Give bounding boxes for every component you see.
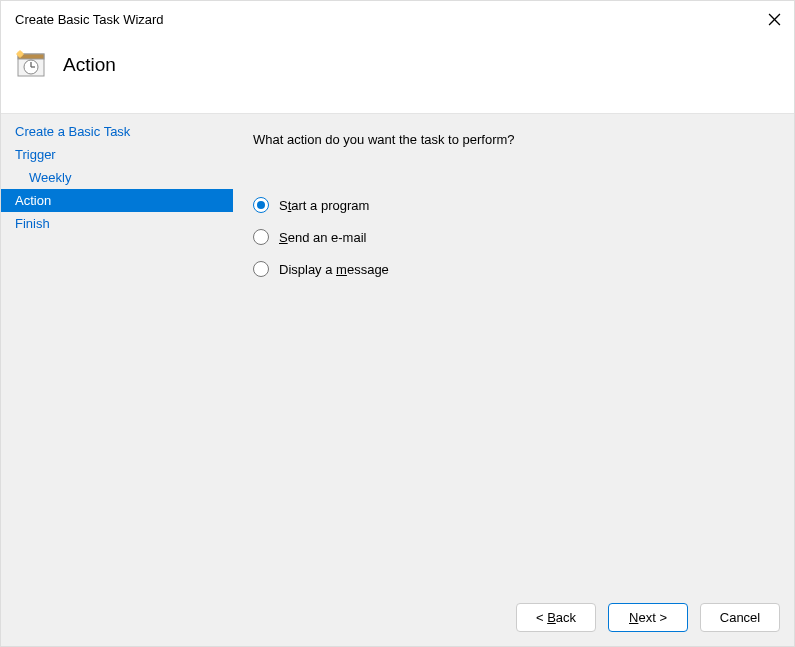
wizard-header: Action bbox=[1, 35, 794, 113]
window-title: Create Basic Task Wizard bbox=[15, 12, 164, 27]
main-area: Create a Basic Task Trigger Weekly Actio… bbox=[1, 113, 794, 591]
option-label: Send an e-mail bbox=[279, 230, 366, 245]
back-button[interactable]: < Back bbox=[516, 603, 596, 632]
option-label: Start a program bbox=[279, 198, 369, 213]
wizard-steps-sidebar: Create a Basic Task Trigger Weekly Actio… bbox=[1, 114, 233, 591]
option-label: Display a message bbox=[279, 262, 389, 277]
footer: < Back Next > Cancel bbox=[1, 591, 794, 646]
close-icon bbox=[768, 13, 781, 26]
sidebar-step-finish[interactable]: Finish bbox=[1, 212, 233, 235]
radio-icon bbox=[253, 197, 269, 213]
content-pane: What action do you want the task to perf… bbox=[233, 114, 794, 591]
next-button[interactable]: Next > bbox=[608, 603, 688, 632]
radio-icon bbox=[253, 261, 269, 277]
titlebar: Create Basic Task Wizard bbox=[1, 1, 794, 35]
svg-point-7 bbox=[17, 51, 23, 57]
cancel-button[interactable]: Cancel bbox=[700, 603, 780, 632]
sidebar-step-trigger[interactable]: Trigger bbox=[1, 143, 233, 166]
sidebar-step-create-basic-task[interactable]: Create a Basic Task bbox=[1, 120, 233, 143]
close-button[interactable] bbox=[764, 9, 784, 29]
prompt-text: What action do you want the task to perf… bbox=[253, 132, 774, 147]
option-send-email[interactable]: Send an e-mail bbox=[253, 229, 774, 245]
option-start-program[interactable]: Start a program bbox=[253, 197, 774, 213]
radio-icon bbox=[253, 229, 269, 245]
option-display-message[interactable]: Display a message bbox=[253, 261, 774, 277]
task-icon bbox=[15, 49, 47, 81]
sidebar-step-weekly[interactable]: Weekly bbox=[1, 166, 233, 189]
sidebar-step-action[interactable]: Action bbox=[1, 189, 233, 212]
page-title: Action bbox=[63, 54, 116, 76]
